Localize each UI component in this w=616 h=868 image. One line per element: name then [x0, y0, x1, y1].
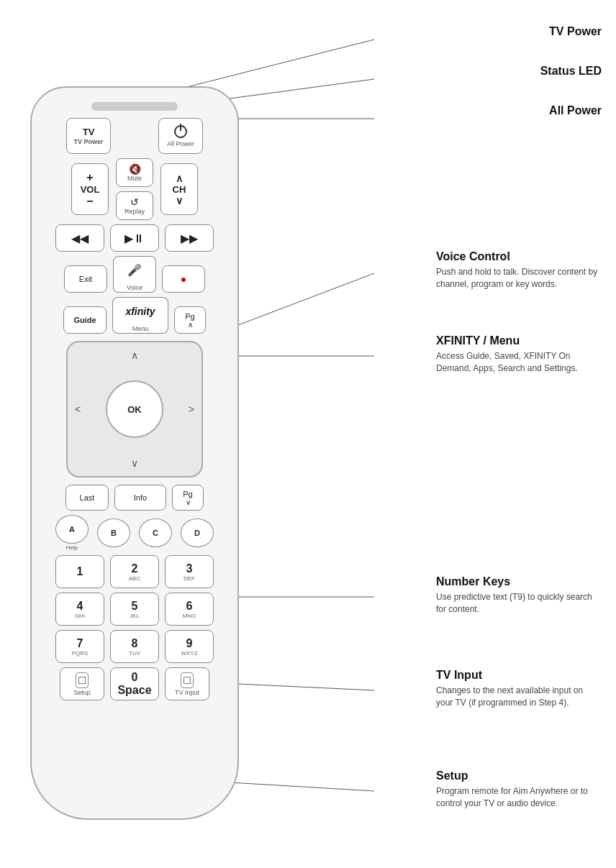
number-keys-desc: Use predictive text (T9) to quickly sear…: [436, 591, 602, 616]
num-2-button[interactable]: 2 ABC: [110, 555, 159, 588]
b-label: B: [111, 529, 117, 537]
num-7-button[interactable]: 7 PQRS: [55, 630, 104, 663]
vol-ch-row: + VOL − 🔇 Mute ↺ Replay ∧ CH ∨: [45, 158, 225, 220]
num-7-label: 7: [77, 637, 83, 650]
ch-button[interactable]: ∧ CH ∨: [160, 163, 198, 215]
vol-minus-icon: −: [86, 195, 93, 208]
num-6-button[interactable]: 6 MNO: [165, 593, 214, 626]
dpad-down-button[interactable]: ∨: [131, 457, 138, 469]
tv-power-button[interactable]: TV TV Power: [66, 118, 111, 154]
setup-button[interactable]: □ Setup: [60, 667, 104, 700]
a-button[interactable]: A: [55, 515, 89, 544]
space-label: Space: [117, 684, 151, 697]
all-power-button[interactable]: All Power: [158, 118, 203, 154]
voice-col: 🎤 Voice: [113, 256, 156, 293]
tv-input-desc: Changes to the next available input on y…: [436, 685, 602, 709]
num-5-button[interactable]: 5 JKL: [110, 593, 159, 626]
info-button[interactable]: Info: [114, 485, 166, 511]
dpad-up-button[interactable]: ∧: [131, 350, 138, 361]
last-button[interactable]: Last: [65, 485, 109, 511]
ch-label: CH: [173, 184, 186, 195]
ok-button[interactable]: OK: [106, 380, 163, 438]
num-8-button[interactable]: 8 TUV: [110, 630, 159, 663]
tv-input-title: TV Input: [436, 669, 602, 682]
replay-label: Replay: [124, 208, 145, 215]
tv-power-annotation: TV Power: [549, 25, 602, 41]
dpad[interactable]: ∧ ∨ < > OK: [66, 341, 203, 478]
menu-label: Menu: [132, 325, 149, 332]
mute-icon: 🔇: [129, 163, 141, 175]
wxyz-label: WXYZ: [181, 650, 197, 657]
info-label: Info: [134, 493, 147, 502]
num-3-label: 3: [186, 562, 193, 575]
number-keys-title: Number Keys: [436, 575, 602, 588]
tv-input-label: TV Input: [175, 689, 199, 696]
tv-input-button[interactable]: □ TV Input: [165, 667, 209, 700]
setup-label: Setup: [73, 689, 91, 696]
xfinity-menu-title: XFINITY / Menu: [436, 334, 602, 347]
d-label: D: [194, 529, 200, 537]
setup-title: Setup: [436, 769, 602, 782]
microphone-icon: 🎤: [127, 263, 142, 277]
voice-control-title: Voice Control: [436, 250, 602, 263]
page-container: TV TV Power All Power + VOL − 🔇 Mute: [0, 0, 616, 868]
tv-input-icon: □: [181, 672, 194, 688]
vol-button[interactable]: + VOL −: [71, 163, 109, 215]
num-9-button[interactable]: 9 WXYZ: [165, 630, 214, 663]
vol-plus-icon: +: [86, 171, 93, 184]
play-pause-button[interactable]: ▶⏸: [110, 224, 159, 252]
exit-button[interactable]: Exit: [64, 265, 107, 293]
ch-up-icon: ∧: [176, 173, 183, 184]
num-5-label: 5: [132, 600, 138, 613]
voice-label-bar: Voice: [113, 283, 156, 293]
pg-up-button[interactable]: Pg ∧: [174, 306, 206, 334]
rewind-button[interactable]: ◀◀: [55, 224, 104, 252]
status-led-title: Status LED: [540, 65, 602, 78]
num-9-label: 9: [186, 637, 193, 650]
a-label: A: [69, 525, 75, 534]
pqrs-label: PQRS: [72, 650, 89, 657]
b-button[interactable]: B: [97, 518, 130, 547]
voice-label: Voice: [127, 284, 142, 291]
guide-button[interactable]: Guide: [63, 306, 107, 334]
dpad-left-button[interactable]: <: [75, 403, 81, 415]
d-button[interactable]: D: [181, 518, 214, 547]
replay-icon: ↺: [130, 196, 139, 208]
dpad-right-button[interactable]: >: [189, 403, 194, 415]
pg-up-icon: Pg: [185, 312, 194, 321]
xfinity-button[interactable]: xfinity: [112, 297, 168, 324]
pg-down-button[interactable]: Pg ∨: [172, 485, 204, 511]
record-button[interactable]: ●: [162, 265, 205, 293]
num-4-label: 4: [77, 600, 83, 613]
num-1-button[interactable]: 1: [55, 555, 104, 588]
tv-icon: TV: [83, 127, 95, 137]
num-3-button[interactable]: 3 DEF: [165, 555, 214, 588]
all-power-title: All Power: [549, 104, 602, 117]
ch-down-icon: ∨: [176, 195, 183, 206]
remote-top-notch: [91, 102, 178, 111]
menu-label-bar: Menu: [112, 324, 168, 334]
xfinity-menu-annotation: XFINITY / Menu Access Guide, Saved, XFIN…: [436, 334, 602, 375]
num-8-label: 8: [132, 637, 138, 650]
fast-forward-button[interactable]: ▶▶: [165, 224, 214, 252]
voice-control-annotation: Voice Control Push and hold to talk. Dis…: [436, 250, 602, 291]
mute-button[interactable]: 🔇 Mute: [116, 158, 153, 187]
num-789-row: 7 PQRS 8 TUV 9 WXYZ: [45, 630, 225, 663]
replay-button[interactable]: ↺ Replay: [116, 191, 153, 220]
c-button[interactable]: C: [139, 518, 172, 547]
abcd-row: A Help B C D: [45, 515, 225, 551]
xfinity-col: xfinity Menu: [112, 297, 168, 334]
power-row: TV TV Power All Power: [45, 118, 225, 154]
setup-icon: □: [76, 672, 89, 688]
guide-xfinity-row: Guide xfinity Menu Pg ∧: [45, 297, 225, 334]
num-4-button[interactable]: 4 GHI: [55, 593, 104, 626]
tv-power-title: TV Power: [549, 25, 602, 38]
num-6-label: 6: [186, 600, 193, 613]
num-0-button[interactable]: 0 Space: [110, 667, 159, 700]
vol-label: VOL: [81, 184, 100, 195]
last-info-row: Last Info Pg ∨: [45, 485, 225, 511]
status-led-annotation: Status LED: [540, 65, 602, 81]
abc-label: ABC: [129, 575, 140, 582]
def-label: DEF: [184, 575, 195, 582]
voice-button[interactable]: 🎤: [113, 256, 156, 283]
